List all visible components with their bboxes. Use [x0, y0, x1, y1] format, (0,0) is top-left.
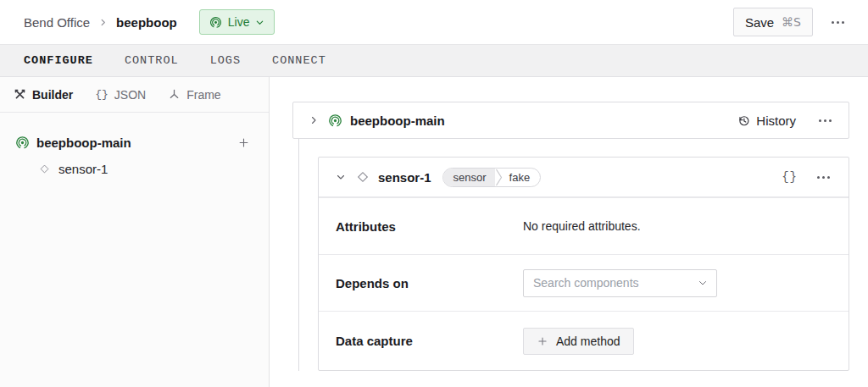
chevron-down-icon: [255, 18, 264, 27]
component-name: sensor-1: [378, 170, 431, 185]
data-capture-row: Data capture Add method: [319, 311, 849, 370]
component-type-model-badge: sensor fake: [442, 168, 542, 187]
axes-icon: [168, 88, 181, 101]
tree-item-beepboop-main[interactable]: beepboop-main: [15, 135, 252, 151]
component-model-tag: fake: [503, 169, 541, 186]
chevron-right-icon: [98, 18, 108, 27]
component-type-tag: sensor: [443, 169, 495, 186]
machine-part-broadcast-icon: [15, 135, 30, 150]
depends-on-placeholder: Search components: [533, 276, 639, 290]
tag-divider-chevron-icon: [495, 168, 503, 187]
add-method-label: Add method: [556, 334, 620, 348]
part-card-beepboop-main: beepboop-main History: [292, 102, 849, 139]
breadcrumb: Bend Office beepboop Live: [24, 9, 275, 35]
depends-on-select[interactable]: Search components: [523, 269, 717, 297]
config-sidebar: Builder {} JSON Frame: [0, 77, 270, 387]
breadcrumb-location[interactable]: Bend Office: [24, 15, 90, 30]
chevron-down-icon: [698, 278, 708, 288]
broadcast-icon: [209, 16, 222, 29]
expand-part-button[interactable]: [307, 113, 320, 127]
machine-status-label: Live: [228, 15, 250, 29]
part-card-title: beepboop-main: [350, 113, 730, 128]
save-label: Save: [745, 15, 774, 30]
diamond-icon: [38, 163, 51, 175]
view-tab-label: JSON: [114, 88, 146, 102]
save-shortcut: ⌘S: [782, 15, 801, 29]
braces-icon: {}: [95, 88, 108, 101]
view-component-json-button[interactable]: {}: [782, 170, 798, 184]
history-label: History: [756, 113, 796, 128]
component-card-sensor-1: sensor-1 sensor fake {} Attrib: [318, 157, 849, 371]
view-tab-label: Frame: [186, 88, 220, 102]
attributes-row: Attributes No required attributes.: [319, 197, 849, 254]
tree-item-sensor-1[interactable]: sensor-1: [15, 162, 252, 176]
tree-item-label: beepboop-main: [36, 135, 229, 150]
plus-icon: [237, 136, 250, 149]
component-section: sensor-1 sensor fake {} Attrib: [318, 157, 849, 371]
save-button[interactable]: Save ⌘S: [733, 8, 813, 36]
add-method-button[interactable]: Add method: [523, 328, 634, 355]
machine-part-broadcast-icon: [328, 113, 342, 128]
view-tab-frame[interactable]: Frame: [168, 88, 220, 102]
diamond-icon: [355, 169, 370, 185]
attributes-value: No required attributes.: [523, 219, 641, 233]
data-capture-label: Data capture: [336, 334, 523, 348]
tab-configure[interactable]: CONFIGURE: [24, 54, 93, 67]
chevron-down-icon: [336, 172, 346, 182]
view-tab-json[interactable]: {} JSON: [95, 88, 146, 102]
content-area: Builder {} JSON Frame: [0, 77, 868, 387]
top-bar: Bend Office beepboop Live: [0, 0, 868, 44]
config-view-tabs: Builder {} JSON Frame: [0, 77, 269, 113]
page-overflow-menu-button[interactable]: [828, 18, 848, 27]
view-tab-builder[interactable]: Builder: [14, 88, 73, 102]
tab-control[interactable]: CONTROL: [125, 54, 179, 67]
component-card-header: sensor-1 sensor fake {}: [319, 158, 849, 197]
breadcrumb-machine-name: beepboop: [116, 15, 177, 30]
machine-part-tree: beepboop-main sensor-1: [0, 113, 269, 176]
chevron-right-icon: [309, 115, 319, 125]
machine-status-dropdown[interactable]: Live: [199, 9, 275, 35]
tab-connect[interactable]: CONNECT: [272, 54, 326, 67]
machine-nav-tabs: CONFIGURE CONTROL LOGS CONNECT: [0, 44, 868, 77]
part-overflow-menu-button[interactable]: [815, 116, 835, 125]
collapse-component-button[interactable]: [334, 170, 348, 184]
machine-config-page: Bend Office beepboop Live: [0, 0, 868, 387]
depends-on-row: Depends on Search components: [319, 254, 849, 311]
view-tab-label: Builder: [32, 88, 73, 102]
component-overflow-menu-button[interactable]: [814, 173, 833, 182]
ellipsis-icon: [819, 119, 832, 122]
top-bar-actions: Save ⌘S: [733, 8, 848, 36]
ellipsis-icon: [832, 21, 844, 24]
depends-on-label: Depends on: [336, 276, 523, 290]
tree-item-label: sensor-1: [58, 162, 108, 176]
plus-icon: [537, 335, 548, 347]
ellipsis-icon: [817, 176, 830, 179]
config-main: beepboop-main History: [270, 77, 868, 387]
history-clock-icon: [737, 114, 750, 127]
history-button[interactable]: History: [737, 113, 796, 128]
wrench-screwdriver-icon: [14, 88, 26, 101]
attributes-label: Attributes: [336, 219, 523, 234]
add-component-button[interactable]: [236, 135, 252, 151]
tab-logs[interactable]: LOGS: [210, 54, 241, 67]
